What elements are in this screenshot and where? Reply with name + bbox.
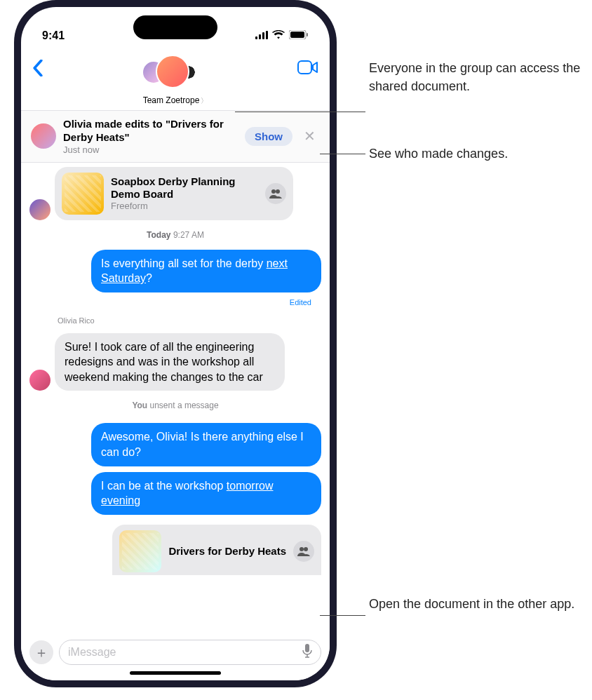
svg-rect-1 — [259, 34, 261, 39]
banner-text: Olivia made edits to "Drivers for Derby … — [63, 118, 238, 155]
callout-text: See who made changes. — [369, 144, 508, 163]
sent-message-bubble[interactable]: I can be at the workshop tomorrow evenin… — [91, 472, 321, 515]
status-indicators — [255, 29, 309, 42]
facetime-button[interactable] — [297, 55, 321, 77]
message-list[interactable]: Soapbox Derby Planning Demo Board Freefo… — [21, 163, 330, 635]
document-app: Freeform — [111, 201, 258, 211]
back-button[interactable] — [29, 55, 43, 81]
banner-avatar — [31, 123, 56, 149]
svg-rect-6 — [307, 33, 308, 36]
callout-line — [235, 112, 365, 112]
svg-rect-7 — [298, 61, 311, 74]
svg-point-8 — [271, 189, 276, 194]
wifi-icon — [272, 29, 285, 42]
input-placeholder: iMessage — [68, 646, 116, 659]
dynamic-island — [133, 15, 217, 39]
svg-rect-0 — [255, 36, 257, 39]
cellular-icon — [255, 29, 268, 42]
document-title: Soapbox Derby Planning Demo Board — [111, 175, 258, 201]
status-time: 9:41 — [42, 29, 65, 42]
phone-screen: 9:41 — [21, 7, 330, 680]
callout-text: Everyone in the group can access the sha… — [369, 59, 592, 95]
svg-point-10 — [300, 547, 304, 551]
collaboration-icon[interactable] — [293, 541, 314, 562]
activity-banner: Olivia made edits to "Drivers for Derby … — [21, 110, 330, 163]
group-name: Team Zoetrope — [143, 95, 200, 105]
received-message-bubble[interactable]: Sure! I took care of all the engineering… — [55, 333, 285, 391]
home-indicator[interactable] — [130, 671, 221, 675]
sender-avatar[interactable] — [29, 199, 51, 220]
svg-point-9 — [276, 189, 280, 194]
timestamp-label: Today 9:27 AM — [29, 230, 321, 240]
show-button[interactable]: Show — [245, 127, 292, 146]
collaboration-icon[interactable] — [265, 183, 286, 204]
banner-timestamp: Just now — [63, 144, 238, 155]
document-thumbnail — [62, 173, 104, 215]
callout-text: Open the document in the other app. — [369, 595, 574, 613]
sender-avatar[interactable] — [29, 370, 51, 391]
chevron-right-icon: 〉 — [201, 97, 208, 105]
system-message: You unsent a message — [29, 401, 321, 410]
dictation-icon[interactable] — [302, 644, 312, 661]
battery-icon — [289, 29, 309, 42]
document-title: Drivers for Derby Heats — [168, 545, 286, 558]
svg-point-11 — [304, 547, 308, 551]
group-name-button[interactable]: Team Zoetrope〉 — [29, 95, 321, 106]
callout-line — [320, 615, 365, 616]
svg-rect-3 — [266, 31, 268, 39]
svg-rect-5 — [290, 32, 304, 38]
sender-name-label: Olivia Rico — [29, 316, 321, 325]
edited-label: Edited — [29, 298, 321, 307]
svg-rect-2 — [262, 32, 264, 39]
nav-header: Team Zoetrope〉 — [21, 55, 330, 110]
group-avatar[interactable] — [139, 55, 202, 97]
shared-document-card[interactable]: Drivers for Derby Heats — [112, 525, 321, 575]
phone-frame: 9:41 — [14, 0, 337, 687]
svg-rect-12 — [305, 644, 309, 652]
sent-message-bubble[interactable]: Is everything all set for the derby next… — [91, 250, 321, 292]
close-banner-button[interactable]: ✕ — [300, 125, 320, 147]
shared-document-card[interactable]: Soapbox Derby Planning Demo Board Freefo… — [55, 167, 293, 220]
message-input[interactable]: iMessage — [59, 640, 321, 665]
banner-title: Olivia made edits to "Drivers for Derby … — [63, 118, 238, 144]
document-thumbnail — [119, 530, 161, 572]
group-member-avatar — [156, 55, 189, 88]
callout-line — [320, 154, 365, 154]
sent-message-bubble[interactable]: Awesome, Olivia! Is there anything else … — [91, 423, 321, 466]
add-attachment-button[interactable]: ＋ — [29, 640, 53, 664]
